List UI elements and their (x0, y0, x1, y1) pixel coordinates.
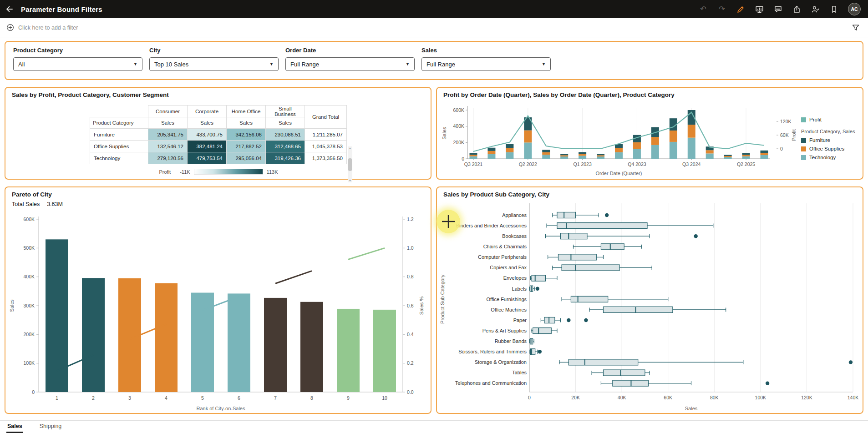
pivot-column-group-header[interactable]: Corporate (188, 106, 227, 117)
pivot-value-cell[interactable]: 279,120.56 (148, 152, 188, 164)
pivot-grand-total-header[interactable]: Grand Total (305, 106, 347, 129)
legend-item-furniture[interactable]: Furniture (801, 137, 855, 143)
undo-button[interactable]: ↶ (699, 5, 708, 14)
filter-options-button[interactable] (852, 24, 860, 32)
pivot-value-cell[interactable]: 230,086.51 (266, 129, 305, 141)
stacked-bar-segment[interactable] (651, 145, 659, 159)
pivot-value-cell[interactable]: 319,426.36 (266, 152, 305, 164)
quarterly-chart-svg[interactable]: 0200K400K600KQ3 2021Q2 2022Q1 2023Q4 202… (440, 88, 799, 179)
box-whisker[interactable] (573, 244, 641, 250)
box-whisker[interactable] (531, 275, 557, 281)
pivot-value-cell[interactable]: 342,156.06 (227, 129, 266, 141)
legend-item-office-supplies[interactable]: Office Supplies (801, 146, 855, 151)
pivot-column-group-header[interactable]: Small Business (266, 106, 305, 117)
filter-dropdown-city[interactable]: Top 10 Sales ▼ (149, 57, 279, 71)
stacked-bar-segment[interactable] (597, 156, 604, 159)
pivot-value-cell[interactable]: 132,546.12 (148, 141, 188, 152)
pivot-measure-header[interactable]: Sales (266, 117, 305, 129)
box-whisker[interactable] (530, 286, 539, 292)
box-whisker[interactable] (592, 370, 650, 376)
stacked-bar-segment[interactable] (706, 150, 714, 153)
stacked-bar-segment[interactable] (615, 148, 623, 152)
pareto-bar[interactable] (373, 310, 396, 392)
stacked-bar-segment[interactable] (579, 154, 586, 156)
filter-dropdown-product-category[interactable]: All ▼ (13, 57, 142, 71)
legend-item-technology[interactable]: Technology (801, 155, 855, 160)
tab-shipping[interactable]: Shipping (39, 421, 63, 433)
stacked-bar-segment[interactable] (542, 155, 550, 159)
redo-button[interactable]: ↷ (717, 5, 726, 14)
scroll-up-arrow[interactable]: ▲ (349, 146, 351, 150)
box-whisker[interactable] (530, 349, 542, 355)
stacked-bar-segment[interactable] (542, 150, 550, 152)
stacked-bar-segment[interactable] (761, 153, 768, 155)
comments-button[interactable] (773, 5, 782, 14)
pareto-bar[interactable] (228, 293, 250, 392)
stacked-bar-segment[interactable] (742, 153, 750, 155)
pareto-chart-svg[interactable]: 0100K200K300K400K500K600K0.00.20.40.60.8… (5, 187, 431, 413)
box-whisker[interactable] (601, 380, 769, 386)
stacked-bar-segment[interactable] (579, 156, 586, 159)
pivot-scrollbar[interactable]: ▲ ▼ (348, 146, 352, 182)
box-whisker[interactable] (531, 328, 557, 334)
stacked-bar-segment[interactable] (615, 152, 623, 159)
tab-sales[interactable]: Sales (6, 421, 23, 433)
stacked-bar-segment[interactable] (688, 125, 695, 138)
stacked-bar-segment[interactable] (724, 157, 732, 159)
stacked-bar-segment[interactable] (706, 153, 714, 159)
pivot-value-cell[interactable]: 382,481.24 (188, 141, 227, 152)
outlier-dot[interactable] (567, 318, 570, 322)
outlier-dot[interactable] (849, 360, 853, 364)
scroll-down-arrow[interactable]: ▼ (349, 179, 351, 182)
pivot-measure-header[interactable]: Sales (227, 117, 266, 129)
box-whisker[interactable] (559, 359, 853, 365)
pivot-value-cell[interactable]: 479,753.54 (188, 152, 227, 164)
stacked-bar-segment[interactable] (560, 154, 568, 155)
pivot-value-cell[interactable]: 312,468.65 (266, 141, 305, 152)
outlier-dot[interactable] (584, 318, 588, 322)
stacked-bar-segment[interactable] (633, 142, 641, 149)
stacked-bar-segment[interactable] (560, 156, 568, 159)
pivot-value-cell[interactable]: 295,056.04 (227, 152, 266, 164)
stacked-bar-segment[interactable] (524, 131, 532, 143)
pivot-row-label[interactable]: Office Supplies (90, 141, 148, 152)
stacked-bar-segment[interactable] (670, 131, 677, 142)
legend-item-profit[interactable]: Profit (801, 117, 855, 122)
box-whisker[interactable] (530, 338, 534, 344)
box-whisker[interactable] (562, 296, 668, 302)
pareto-bar[interactable] (46, 239, 68, 392)
stacked-bar-segment[interactable] (506, 144, 513, 148)
add-filter-button[interactable]: Click here to add a filter (6, 24, 78, 31)
avatar[interactable]: AC (848, 3, 861, 15)
pivot-measure-header[interactable]: Sales (188, 117, 227, 129)
pivot-row-label[interactable]: Furniture (90, 129, 148, 141)
stacked-bar-segment[interactable] (742, 155, 750, 156)
stacked-bar-segment[interactable] (579, 152, 586, 154)
stacked-bar-segment[interactable] (597, 155, 604, 156)
pareto-cumulative-segment[interactable] (348, 248, 385, 259)
pivot-row-header[interactable]: Product Category (90, 117, 148, 129)
share-users-button[interactable] (811, 5, 820, 14)
pivot-grand-total-cell[interactable]: 1,211,285.07 (305, 129, 347, 141)
outlier-dot[interactable] (605, 213, 609, 217)
stacked-bar-segment[interactable] (470, 156, 477, 159)
box-whisker[interactable] (541, 317, 588, 323)
bookmark-button[interactable] (829, 5, 838, 14)
stacked-bar-segment[interactable] (542, 152, 550, 155)
stacked-bar-segment[interactable] (524, 142, 532, 159)
stacked-bar-segment[interactable] (688, 138, 695, 159)
box-whisker[interactable] (553, 265, 652, 271)
pivot-value-cell[interactable]: 433,700.75 (188, 129, 227, 141)
back-button[interactable] (2, 0, 17, 18)
stacked-bar-segment[interactable] (506, 148, 513, 152)
stacked-bar-segment[interactable] (487, 154, 495, 159)
stacked-bar-segment[interactable] (470, 153, 477, 155)
scroll-thumb[interactable] (348, 158, 352, 171)
stacked-bar-segment[interactable] (506, 152, 513, 159)
pareto-bar[interactable] (300, 302, 323, 392)
pivot-column-group-header[interactable]: Consumer (148, 106, 188, 117)
filter-dropdown-order-date[interactable]: Full Range ▼ (285, 57, 415, 71)
box-whisker[interactable] (553, 212, 609, 218)
stacked-bar-segment[interactable] (487, 151, 495, 154)
stacked-bar-segment[interactable] (742, 156, 750, 159)
